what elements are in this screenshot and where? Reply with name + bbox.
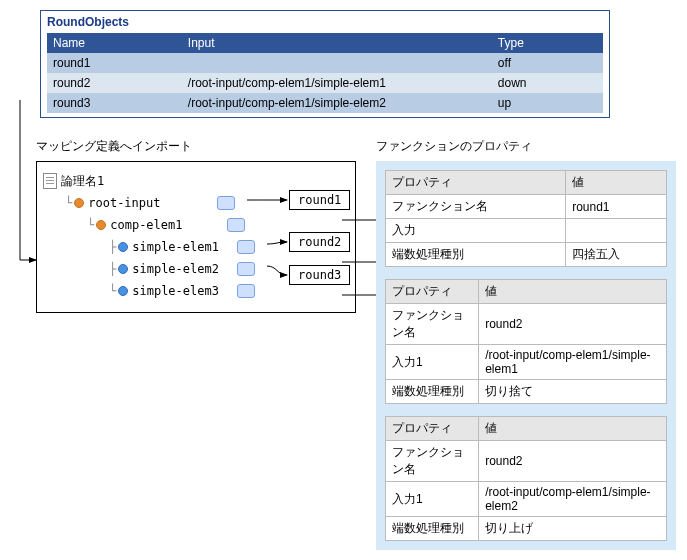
document-icon <box>43 173 57 189</box>
col-input: Input <box>182 33 492 53</box>
round-objects-title: RoundObjects <box>47 15 603 29</box>
col-name: Name <box>47 33 182 53</box>
table-row: round3 /root-input/comp-elem1/simple-ele… <box>47 93 603 113</box>
leaf-icon <box>118 264 128 274</box>
property-table-3: プロパティ値 ファンクション名round2 入力1/root-input/com… <box>385 416 667 541</box>
node-icon <box>96 220 106 230</box>
output-port[interactable] <box>237 262 255 276</box>
col-type: Type <box>492 33 603 53</box>
function-round2[interactable]: round2 <box>289 232 350 252</box>
output-port[interactable] <box>217 196 235 210</box>
round-objects-panel: RoundObjects Name Input Type round1 off … <box>40 10 610 118</box>
table-row: round2 /root-input/comp-elem1/simple-ele… <box>47 73 603 93</box>
leaf-icon <box>118 242 128 252</box>
output-port[interactable] <box>237 240 255 254</box>
table-header-row: Name Input Type <box>47 33 603 53</box>
round-objects-table: Name Input Type round1 off round2 /root-… <box>47 33 603 113</box>
output-port[interactable] <box>237 284 255 298</box>
function-round3[interactable]: round3 <box>289 265 350 285</box>
mapping-box: 論理名1 └ root-input └ comp-elem1 ├ simple-… <box>36 161 356 313</box>
properties-panel: プロパティ値 ファンクション名round1 入力 端数処理種別四捨五入 プロパテ… <box>376 161 676 550</box>
function-round1[interactable]: round1 <box>289 190 350 210</box>
node-icon <box>74 198 84 208</box>
property-table-2: プロパティ値 ファンクション名round2 入力1/root-input/com… <box>385 279 667 404</box>
output-port[interactable] <box>227 218 245 232</box>
table-row: round1 off <box>47 53 603 73</box>
tree-root: 論理名1 <box>43 170 345 192</box>
mapping-section-label: マッピング定義へインポート <box>36 138 356 155</box>
properties-section-label: ファンクションのプロパティ <box>376 138 676 155</box>
leaf-icon <box>118 286 128 296</box>
property-table-1: プロパティ値 ファンクション名round1 入力 端数処理種別四捨五入 <box>385 170 667 267</box>
